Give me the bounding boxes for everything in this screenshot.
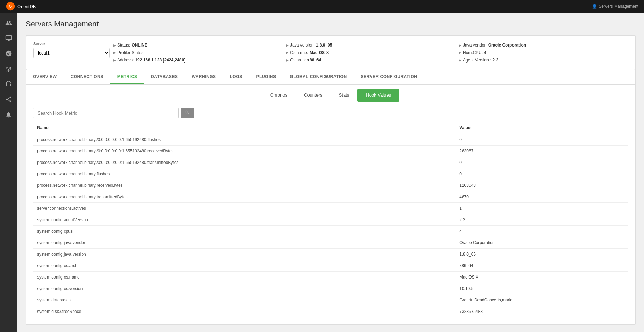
tab-warnings[interactable]: WARNINGS <box>185 70 223 84</box>
cell-value: 10.10.5 <box>455 283 628 294</box>
status-item: ▶ Status: ONLINE <box>113 42 282 49</box>
arrow-icon-7: ▶ <box>459 42 461 49</box>
search-button[interactable] <box>181 108 194 118</box>
arrow-icon-4: ▶ <box>286 42 289 49</box>
os-name-item: ▶ Os name: Mac OS X <box>286 49 455 57</box>
agent-version-item: ▶ Agent Version : 2.2 <box>459 57 628 64</box>
cell-name: process.network.channel.binary.transmitt… <box>33 191 455 202</box>
search-bar <box>33 108 628 118</box>
cell-name: system.databases <box>33 294 455 306</box>
search-icon <box>185 110 190 115</box>
cell-name: system.config.cpus <box>33 225 455 237</box>
server-select[interactable]: local1 <box>33 48 110 58</box>
cell-name: system.config.agentVersion <box>33 214 455 225</box>
tab-plugins[interactable]: PLUGINS <box>249 70 283 84</box>
cell-value: 1.8.0_05 <box>455 248 628 260</box>
cell-name: process.network.channel.binary./0:0:0:0:… <box>33 134 455 145</box>
table-row: process.network.channel.binary.transmitt… <box>33 191 628 202</box>
cell-value: GratefulDeadConcerts,mario <box>455 294 628 306</box>
table-row: system.disk./.freeSpace 7328575488 <box>33 306 628 317</box>
main-tabs: OVERVIEW CONNECTIONS METRICS DATABASES W… <box>26 70 635 85</box>
cell-value: 0 <box>455 168 628 180</box>
logo: O OrientDB <box>6 1 36 11</box>
search-input[interactable] <box>33 108 179 118</box>
cell-name: process.network.channel.binary.receivedB… <box>33 180 455 191</box>
tab-databases[interactable]: DATABASES <box>144 70 185 84</box>
nav-icon: 👤 <box>592 4 597 9</box>
table-row: system.config.agentVersion 2.2 <box>33 214 628 225</box>
tab-metrics[interactable]: METRICS <box>110 70 144 84</box>
table-row: system.config.os.version 10.10.5 <box>33 283 628 294</box>
sub-tabs: Chronos Counters Stats Hook Values <box>26 85 635 102</box>
arrow-icon-8: ▶ <box>459 50 461 56</box>
table-row: system.config.cpus 4 <box>33 225 628 237</box>
cell-value: 1203043 <box>455 180 628 191</box>
table-row: system.config.java.version 1.8.0_05 <box>33 248 628 260</box>
java-version-item: ▶ Java version: 1.8.0_05 <box>286 42 455 49</box>
tab-connections[interactable]: CONNECTIONS <box>63 70 110 84</box>
table-row: process.network.channel.binary./0:0:0:0:… <box>33 145 628 157</box>
sidebar-item-headset[interactable] <box>2 77 16 91</box>
table-row: system.config.os.arch x86_64 <box>33 260 628 271</box>
sub-tab-counters[interactable]: Counters <box>296 89 331 102</box>
cell-value: 4 <box>455 225 628 237</box>
arrow-icon-3: ▶ <box>113 57 116 64</box>
cell-name: process.network.channel.binary.flushes <box>33 168 455 180</box>
tab-global-config[interactable]: GLOBAL CONFIGURATION <box>283 70 354 84</box>
sub-tab-chronos[interactable]: Chronos <box>262 89 296 102</box>
table-row: system.config.os.name Mac OS X <box>33 271 628 283</box>
cell-value: 2.2 <box>455 214 628 225</box>
server-status-col: ▶ Status: ONLINE ▶ Profiler Status: ▶ Ad… <box>113 42 282 64</box>
orientdb-logo-icon: O <box>6 1 15 11</box>
sidebar-item-users[interactable] <box>2 16 16 30</box>
table-row: process.network.channel.binary.flushes 0 <box>33 168 628 180</box>
os-arch-item: ▶ Os arch: x86_64 <box>286 57 455 64</box>
table-row: system.config.java.vendor Oracle Corpora… <box>33 237 628 248</box>
cell-name: process.network.channel.binary./0:0:0:0:… <box>33 145 455 157</box>
cell-name: system.config.java.version <box>33 248 455 260</box>
num-cpu-item: ▶ Num.CPU: 4 <box>459 49 628 57</box>
tab-overview[interactable]: OVERVIEW <box>26 70 63 84</box>
sidebar-item-share[interactable] <box>2 92 16 106</box>
tab-logs[interactable]: LOGS <box>223 70 249 84</box>
cell-value: 0 <box>455 134 628 145</box>
left-sidebar <box>0 13 17 332</box>
main-panel: Server local1 ▶ Status: ONLINE ▶ Profile… <box>26 35 636 325</box>
sub-tab-hook-values[interactable]: Hook Values <box>357 89 399 102</box>
arrow-icon-5: ▶ <box>286 50 289 56</box>
java-vendor-item: ▶ Java vendor: Oracle Corporation <box>459 42 628 49</box>
hook-values-table: Name Value process.network.channel.binar… <box>33 122 628 317</box>
top-navbar: O OrientDB 👤 Servers Management <box>0 0 644 13</box>
server-card: Server local1 ▶ Status: ONLINE ▶ Profile… <box>26 36 635 70</box>
cell-value: 7328575488 <box>455 306 628 317</box>
sidebar-item-rocket[interactable] <box>2 62 16 76</box>
cell-name: system.config.os.arch <box>33 260 455 271</box>
tab-server-config[interactable]: SERVER CONFIGURATION <box>354 70 424 84</box>
cell-value: 0 <box>455 157 628 168</box>
cell-name: system.config.os.version <box>33 283 455 294</box>
arrow-icon-6: ▶ <box>286 57 289 64</box>
sub-tab-stats[interactable]: Stats <box>331 89 358 102</box>
nav-servers-management[interactable]: 👤 Servers Management <box>592 4 638 9</box>
arrow-icon-2: ▶ <box>113 50 116 56</box>
java-col: ▶ Java version: 1.8.0_05 ▶ Os name: Mac … <box>286 42 455 64</box>
sidebar-item-bell[interactable] <box>2 108 16 122</box>
page-title: Servers Management <box>26 19 636 28</box>
cell-name: system.disk./.freeSpace <box>33 306 455 317</box>
profiler-item: ▶ Profiler Status: <box>113 49 282 57</box>
cell-value: 4670 <box>455 191 628 202</box>
table-row: system.databases GratefulDeadConcerts,ma… <box>33 294 628 306</box>
cell-value: Mac OS X <box>455 271 628 283</box>
table-row: process.network.channel.binary./0:0:0:0:… <box>33 157 628 168</box>
tabs-container: OVERVIEW CONNECTIONS METRICS DATABASES W… <box>26 70 635 102</box>
sidebar-item-monitor[interactable] <box>2 31 16 45</box>
server-selector-col: Server local1 <box>33 42 110 58</box>
sidebar-item-graph[interactable] <box>2 47 16 60</box>
cell-value: x86_64 <box>455 260 628 271</box>
cell-name: server.connections.actives <box>33 202 455 214</box>
cell-name: system.config.java.vendor <box>33 237 455 248</box>
logo-text: OrientDB <box>17 4 36 9</box>
content-area: Name Value process.network.channel.binar… <box>26 108 635 324</box>
cell-value: 263067 <box>455 145 628 157</box>
cell-name: process.network.channel.binary./0:0:0:0:… <box>33 157 455 168</box>
